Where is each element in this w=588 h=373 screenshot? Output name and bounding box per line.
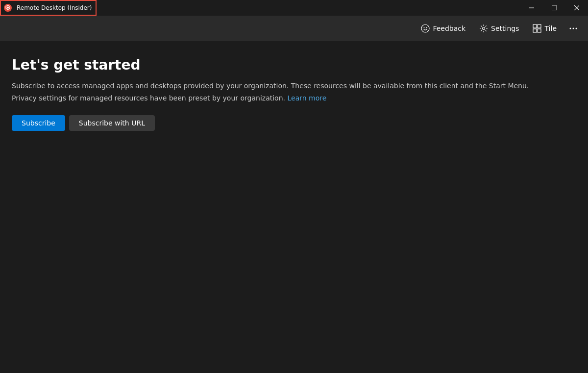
- svg-point-6: [421, 25, 429, 32]
- app-icon: [3, 3, 13, 13]
- more-options-button[interactable]: [564, 20, 582, 37]
- svg-point-14: [570, 28, 571, 29]
- feedback-icon: [421, 24, 430, 33]
- svg-rect-3: [552, 5, 557, 10]
- tile-icon: [533, 24, 541, 33]
- settings-icon: [479, 24, 488, 33]
- subscribe-url-button[interactable]: Subscribe with URL: [69, 115, 155, 131]
- learn-more-link[interactable]: Learn more: [287, 94, 326, 102]
- nav-actions: Feedback Settings Tile: [415, 20, 582, 37]
- close-button[interactable]: [565, 0, 588, 16]
- svg-point-1: [7, 7, 9, 9]
- settings-button[interactable]: Settings: [473, 21, 525, 36]
- more-options-icon: [569, 27, 577, 29]
- svg-rect-10: [533, 25, 537, 28]
- page-heading: Let's get started: [12, 57, 576, 73]
- subscribe-button[interactable]: Subscribe: [12, 115, 65, 131]
- svg-rect-11: [538, 25, 541, 28]
- maximize-button[interactable]: [543, 0, 565, 16]
- svg-point-7: [424, 27, 425, 28]
- settings-label: Settings: [491, 25, 519, 32]
- svg-rect-2: [529, 8, 534, 8]
- minimize-button[interactable]: [520, 0, 543, 16]
- svg-point-9: [483, 27, 485, 30]
- svg-point-8: [426, 27, 427, 28]
- action-buttons: Subscribe Subscribe with URL: [12, 115, 576, 131]
- svg-point-16: [576, 28, 577, 29]
- tile-button[interactable]: Tile: [527, 21, 563, 36]
- app-title: Remote Desktop (Insider): [17, 4, 92, 11]
- svg-rect-13: [538, 29, 541, 32]
- window-controls: [520, 0, 588, 16]
- feedback-button[interactable]: Feedback: [415, 21, 471, 36]
- main-content: Let's get started Subscribe to access ma…: [0, 41, 588, 373]
- svg-point-15: [573, 28, 574, 29]
- svg-rect-12: [533, 29, 537, 32]
- tile-label: Tile: [544, 25, 557, 32]
- description-text: Subscribe to access managed apps and des…: [12, 81, 576, 91]
- title-bar: Remote Desktop (Insider): [0, 0, 588, 16]
- privacy-prefix: Privacy settings for managed resources h…: [12, 94, 285, 102]
- title-bar-left: Remote Desktop (Insider): [0, 0, 97, 16]
- nav-bar: Feedback Settings Tile: [0, 16, 588, 41]
- feedback-label: Feedback: [433, 25, 466, 32]
- privacy-text: Privacy settings for managed resources h…: [12, 93, 576, 103]
